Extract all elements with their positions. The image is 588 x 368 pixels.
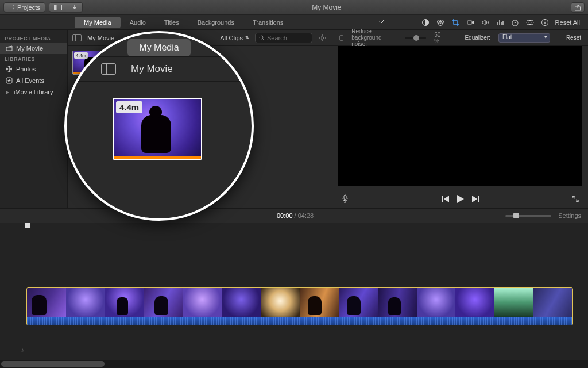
projects-back-button[interactable]: 〈Projects bbox=[3, 2, 45, 13]
photos-icon bbox=[6, 66, 13, 72]
sidebar-item-label: Photos bbox=[16, 66, 36, 72]
sidebar: PROJECT MEDIA My Movie LIBRARIES Photos … bbox=[0, 30, 68, 208]
clip-filter-icon[interactable] bbox=[525, 18, 535, 27]
noise-value: 50 % bbox=[434, 32, 443, 44]
music-track-icon: ♪ bbox=[21, 346, 24, 354]
sidebar-item-label: iMovie Library bbox=[14, 89, 53, 95]
crop-icon[interactable] bbox=[451, 18, 460, 27]
timeline-clip[interactable] bbox=[26, 288, 573, 325]
enhance-icon[interactable] bbox=[377, 18, 386, 27]
callout-clip-thumbnail: 4.4m bbox=[113, 98, 202, 160]
sidebar-item-label: All Events bbox=[16, 77, 44, 84]
tab-my-media[interactable]: My Media bbox=[75, 17, 121, 28]
tab-transitions[interactable]: Transitions bbox=[243, 17, 292, 28]
filmstrip bbox=[27, 288, 572, 317]
horizontal-scrollbar[interactable] bbox=[0, 360, 588, 368]
svg-rect-7 bbox=[467, 21, 472, 24]
sidebar-item-imovie-library[interactable]: ▶ iMovie Library bbox=[0, 86, 67, 98]
reduce-noise-label: Reduce background noise: bbox=[351, 28, 397, 47]
voiceover-mic-icon[interactable] bbox=[341, 194, 350, 204]
search-icon bbox=[259, 35, 265, 41]
title-bar: 〈Projects My Movie bbox=[0, 0, 588, 15]
audio-adjust-bar: Reduce background noise: 50 % Equalizer:… bbox=[332, 30, 588, 46]
svg-rect-13 bbox=[544, 22, 545, 24]
search-input-wrap[interactable] bbox=[255, 33, 312, 43]
equalizer-select[interactable]: Flat bbox=[498, 33, 550, 43]
volume-icon[interactable] bbox=[481, 18, 490, 27]
fullscreen-icon[interactable] bbox=[571, 194, 580, 204]
color-correction-icon[interactable] bbox=[436, 18, 445, 27]
browser-title: My Movie bbox=[87, 34, 114, 41]
sidebar-item-label: My Movie bbox=[16, 45, 43, 52]
noise-eq-icon[interactable] bbox=[496, 18, 505, 27]
reset-all-button[interactable]: Reset All bbox=[555, 19, 580, 26]
prev-button[interactable] bbox=[442, 195, 449, 202]
projects-label: Projects bbox=[17, 4, 40, 11]
tab-audio[interactable]: Audio bbox=[121, 17, 155, 28]
media-tabs-bar: My Media Audio Titles Backgrounds Transi… bbox=[0, 15, 588, 30]
sidebar-header-libraries: LIBRARIES bbox=[0, 54, 67, 63]
star-icon bbox=[6, 77, 13, 84]
disclosure-triangle-icon: ▶ bbox=[6, 90, 10, 95]
import-button[interactable] bbox=[67, 2, 83, 13]
play-button[interactable] bbox=[457, 195, 464, 203]
svg-rect-14 bbox=[6, 47, 12, 51]
svg-point-12 bbox=[544, 20, 546, 21]
transport-bar bbox=[332, 190, 588, 208]
callout-tab-my-media: My Media bbox=[127, 39, 190, 56]
chevron-updown-icon: ⇅ bbox=[245, 35, 249, 40]
clapper-icon bbox=[6, 45, 13, 52]
reset-button[interactable]: Reset bbox=[566, 34, 581, 41]
clips-filter-dropdown[interactable]: All Clips⇅ bbox=[220, 34, 249, 41]
share-icon bbox=[574, 4, 581, 11]
callout-magnifier: My Media My Movie 4.4m bbox=[64, 31, 254, 221]
svg-rect-1 bbox=[54, 5, 56, 10]
viewer-canvas bbox=[338, 46, 582, 186]
speed-icon[interactable] bbox=[510, 18, 520, 27]
stabilization-icon[interactable] bbox=[466, 18, 475, 27]
callout-browser-title: My Movie bbox=[131, 63, 173, 75]
window-title: My Movie bbox=[83, 3, 571, 12]
scrollbar-thumb[interactable] bbox=[1, 361, 105, 367]
filmstrip-view-icon[interactable] bbox=[72, 34, 82, 41]
svg-rect-20 bbox=[344, 195, 346, 200]
tab-titles[interactable]: Titles bbox=[155, 17, 188, 28]
zoom-slider[interactable] bbox=[505, 215, 551, 217]
gear-icon[interactable] bbox=[318, 33, 327, 43]
zoom-knob[interactable] bbox=[513, 213, 519, 218]
next-button[interactable] bbox=[472, 195, 479, 202]
equalizer-label: Equalizer: bbox=[465, 34, 490, 41]
svg-point-16 bbox=[9, 68, 10, 70]
sidebar-item-photos[interactable]: Photos bbox=[0, 63, 67, 75]
svg-point-19 bbox=[322, 37, 324, 39]
view-toggle-segment bbox=[49, 2, 83, 13]
tab-backgrounds[interactable]: Backgrounds bbox=[188, 17, 243, 28]
timeline-settings-button[interactable]: Settings bbox=[558, 212, 581, 219]
sidebar-header-project-media: PROJECT MEDIA bbox=[0, 33, 67, 43]
viewer-panel: Reduce background noise: 50 % Equalizer:… bbox=[332, 30, 588, 208]
sidebar-item-my-movie[interactable]: My Movie bbox=[0, 43, 67, 54]
share-button[interactable] bbox=[571, 2, 585, 13]
svg-point-18 bbox=[260, 36, 263, 39]
info-icon[interactable] bbox=[540, 18, 550, 27]
hide-browser-button[interactable] bbox=[49, 2, 67, 13]
timeline-header: 00:00 / 04:28 Settings bbox=[0, 208, 588, 223]
sidebar-item-all-events[interactable]: All Events bbox=[0, 75, 67, 86]
timecode-current: 00:00 bbox=[277, 212, 293, 219]
color-balance-icon[interactable] bbox=[421, 18, 430, 27]
timecode: 00:00 / 04:28 bbox=[277, 212, 314, 219]
reduce-noise-checkbox[interactable] bbox=[339, 35, 343, 41]
timeline[interactable]: ♪ bbox=[0, 223, 588, 368]
clip-duration-badge: 4.4m bbox=[74, 52, 88, 59]
timecode-total: 04:28 bbox=[298, 212, 314, 219]
search-input[interactable] bbox=[267, 34, 301, 41]
slider-knob[interactable] bbox=[413, 35, 419, 41]
callout-clip-duration-badge: 4.4m bbox=[116, 101, 142, 113]
audio-waveform bbox=[27, 317, 572, 325]
callout-filmstrip-view-icon bbox=[101, 63, 116, 75]
noise-slider[interactable] bbox=[405, 37, 426, 39]
